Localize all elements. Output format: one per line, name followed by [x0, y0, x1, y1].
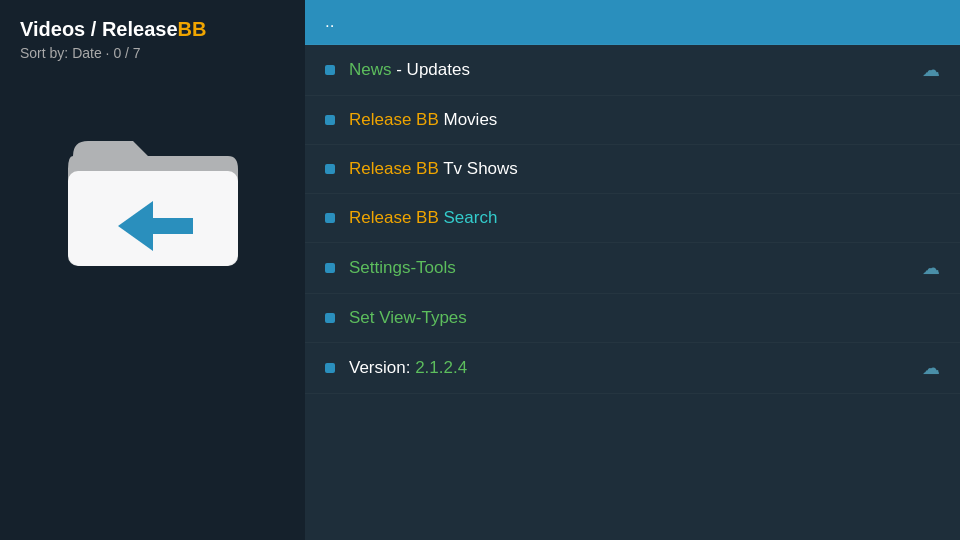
- label-yellow-search: Release BB: [349, 208, 439, 227]
- item-label-movies: Release BB Movies: [349, 110, 940, 130]
- dotdot-label: ..: [325, 12, 334, 32]
- item-label-news-updates: News - Updates: [349, 60, 922, 80]
- download-icon-settings: ☁: [922, 257, 940, 279]
- label-yellow-tvshows: Release BB: [349, 159, 439, 178]
- bullet-icon: [325, 65, 335, 75]
- menu-item-settings[interactable]: Settings-Tools ☁: [305, 243, 960, 294]
- bullet-icon: [325, 213, 335, 223]
- download-icon-version: ☁: [922, 357, 940, 379]
- breadcrumb-prefix: Videos / Release: [20, 18, 178, 40]
- bullet-icon: [325, 115, 335, 125]
- folder-back-icon: [63, 121, 243, 271]
- label-green-settings: Settings-Tools: [349, 258, 456, 277]
- bullet-icon: [325, 313, 335, 323]
- svg-rect-2: [153, 218, 193, 234]
- menu-item-search[interactable]: Release BB Search: [305, 194, 960, 243]
- label-cyan-search: Search: [439, 208, 498, 227]
- item-label-viewtypes: Set View-Types: [349, 308, 940, 328]
- breadcrumb-brand: BB: [178, 18, 207, 40]
- bullet-icon: [325, 263, 335, 273]
- label-white-news: - Updates: [392, 60, 470, 79]
- item-label-search: Release BB Search: [349, 208, 940, 228]
- bullet-icon: [325, 164, 335, 174]
- bullet-icon: [325, 363, 335, 373]
- label-green-viewtypes: Set View-Types: [349, 308, 467, 327]
- menu-item-version[interactable]: Version: 2.1.2.4 ☁: [305, 343, 960, 394]
- left-panel: Videos / ReleaseBB Sort by: Date · 0 / 7: [0, 0, 305, 540]
- menu-item-news-updates[interactable]: News - Updates ☁: [305, 45, 960, 96]
- menu-item-movies[interactable]: Release BB Movies: [305, 96, 960, 145]
- right-panel: .. News - Updates ☁ Release BB Movies Re…: [305, 0, 960, 540]
- menu-list: .. News - Updates ☁ Release BB Movies Re…: [305, 0, 960, 394]
- item-label-settings: Settings-Tools: [349, 258, 922, 278]
- label-yellow-movies: Release BB: [349, 110, 439, 129]
- sort-label: Sort by: Date: [20, 45, 102, 61]
- menu-item-tvshows[interactable]: Release BB Tv Shows: [305, 145, 960, 194]
- label-green-news: News: [349, 60, 392, 79]
- item-count: 0 / 7: [113, 45, 140, 61]
- item-label-tvshows: Release BB Tv Shows: [349, 159, 940, 179]
- label-green-version-number: 2.1.2.4: [415, 358, 467, 377]
- menu-item-viewtypes[interactable]: Set View-Types: [305, 294, 960, 343]
- label-white-tvshows: Tv Shows: [439, 159, 518, 178]
- item-label-version: Version: 2.1.2.4: [349, 358, 922, 378]
- label-white-movies: Movies: [439, 110, 498, 129]
- sort-info: Sort by: Date · 0 / 7: [20, 45, 141, 61]
- menu-item-back[interactable]: ..: [305, 0, 960, 45]
- folder-icon-area: [20, 121, 285, 271]
- breadcrumb: Videos / ReleaseBB: [20, 18, 206, 41]
- download-icon-news: ☁: [922, 59, 940, 81]
- label-white-version-prefix: Version:: [349, 358, 415, 377]
